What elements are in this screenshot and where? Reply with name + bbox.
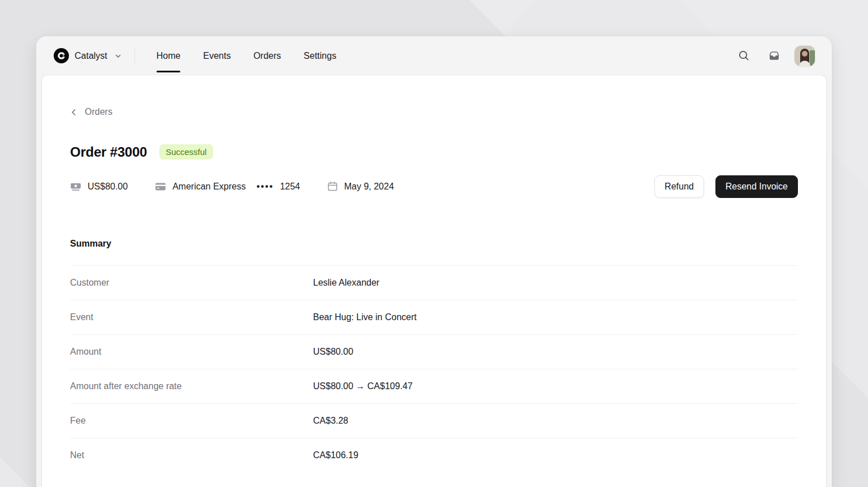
summary-heading: Summary [70,239,798,249]
nav-item-events[interactable]: Events [203,36,231,75]
summary-list: Customer Leslie Alexander Event Bear Hug… [70,265,798,472]
inbox-button[interactable] [763,45,785,67]
catalyst-logo-icon [54,48,69,63]
app-frame: Catalyst Home Events Orders Settings [36,36,832,487]
row-value: CA$3.28 [313,416,798,426]
row-label: Amount after exchange rate [70,381,313,391]
status-badge: Successful [159,144,213,160]
credit-card-icon [155,181,166,192]
row-label: Amount [70,347,313,357]
order-detail-card: Orders Order #3000 Successful US$80.00 [42,75,826,487]
row-label: Event [70,312,313,322]
nav-item-home[interactable]: Home [157,36,181,75]
action-buttons: Refund Resend Invoice [654,175,798,198]
avatar[interactable] [795,46,815,66]
navbar: Catalyst Home Events Orders Settings [36,36,832,75]
meta-card-brand: American Express [172,182,246,192]
title-row: Order #3000 Successful [70,144,798,160]
meta-amount: US$80.00 [70,181,128,192]
breadcrumb-label: Orders [85,107,112,117]
breadcrumb[interactable]: Orders [70,107,112,117]
chevron-down-icon [114,52,122,60]
summary-row-amount: Amount US$80.00 [70,334,798,369]
chevron-left-icon [70,109,77,116]
brand-name: Catalyst [75,51,107,61]
main-nav: Home Events Orders Settings [145,36,348,75]
nav-item-settings[interactable]: Settings [303,36,336,75]
summary-row-exchange: Amount after exchange rate US$80.00 → CA… [70,369,798,403]
meta-payment: American Express •••• 1254 [155,181,300,192]
row-value: Leslie Alexander [313,278,798,288]
summary-row-event: Event Bear Hug: Live in Concert [70,300,798,334]
meta-date: May 9, 2024 [327,181,394,192]
summary-row-fee: Fee CA$3.28 [70,403,798,438]
page-title: Order #3000 [70,144,147,160]
row-value: Bear Hug: Live in Concert [313,312,798,322]
navbar-divider [134,49,135,63]
brand-menu[interactable]: Catalyst [54,48,122,63]
meta-items: US$80.00 American Express •••• 1254 [70,181,654,192]
row-label: Net [70,450,313,460]
card-dots: •••• [257,182,274,192]
row-label: Fee [70,416,313,426]
meta-amount-value: US$80.00 [88,182,128,192]
meta-row: US$80.00 American Express •••• 1254 [70,175,798,198]
inbox-icon [768,50,780,62]
summary-row-customer: Customer Leslie Alexander [70,265,798,300]
search-button[interactable] [732,45,755,67]
meta-date-value: May 9, 2024 [344,182,394,192]
calendar-icon [327,181,338,192]
row-value: US$80.00 → CA$109.47 [313,381,798,391]
summary-row-net: Net CA$106.19 [70,438,798,472]
card-last4: 1254 [280,182,300,192]
search-icon [738,50,750,62]
refund-button[interactable]: Refund [654,175,704,198]
row-value: US$80.00 [313,347,798,357]
row-label: Customer [70,278,313,288]
resend-invoice-button[interactable]: Resend Invoice [715,175,798,198]
row-value: CA$106.19 [313,450,798,460]
nav-item-orders[interactable]: Orders [253,36,281,75]
banknotes-icon [70,181,81,192]
